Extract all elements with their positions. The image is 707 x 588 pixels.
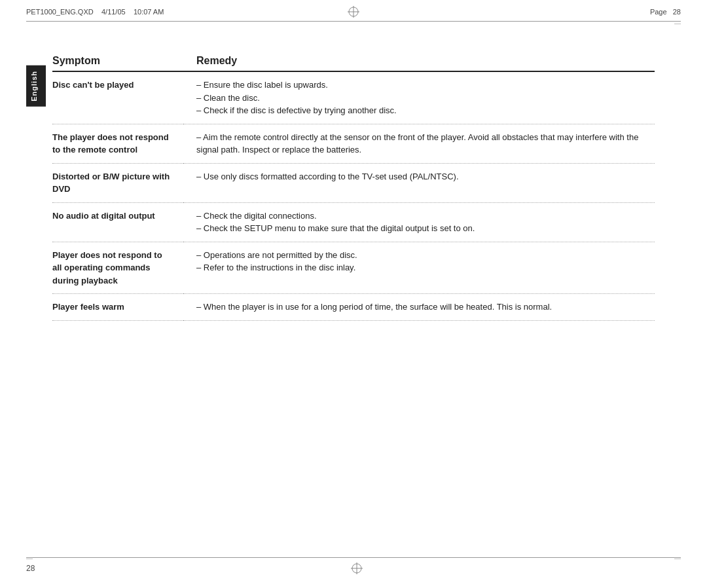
header-filename: PET1000_ENG.QXD — [26, 8, 94, 16]
sidebar-language: English — [26, 65, 46, 107]
header-file-info: PET1000_ENG.QXD 4/11/05 10:07 AM — [26, 8, 347, 16]
footer-crosshair — [350, 562, 363, 575]
main-content: Symptom Remedy Disc can't be played– Ens… — [52, 52, 655, 549]
table-cell-symptom: The player does not respond to the remot… — [52, 124, 183, 163]
header-page-number: 28 — [673, 8, 681, 16]
table-header-row: Symptom Remedy — [52, 52, 655, 71]
table-row: The player does not respond to the remot… — [52, 124, 655, 163]
header-page-label: Page — [650, 8, 667, 16]
table-cell-symptom: Player feels warm — [52, 294, 183, 321]
table-cell-remedy: – Check the digital connections.– Check … — [183, 202, 655, 242]
footer-crosshair-icon — [350, 562, 363, 575]
corner-mark-top-right: — — [674, 20, 681, 27]
table-row: Distorted or B/W picture with DVD– Use o… — [52, 163, 655, 202]
table-cell-symptom: Disc can't be played — [52, 71, 183, 124]
table-row: Player does not respond to all operating… — [52, 242, 655, 294]
table-cell-symptom: Distorted or B/W picture with DVD — [52, 163, 183, 202]
footer-page-number: 28 — [26, 564, 35, 573]
table-cell-remedy: – Operations are not permitted by the di… — [183, 242, 655, 294]
sidebar-language-label: English — [30, 71, 38, 101]
table-cell-remedy: – Aim the remote control directly at the… — [183, 124, 655, 163]
footer-right-spacer — [679, 564, 681, 573]
table-row: Disc can't be played– Ensure the disc la… — [52, 71, 655, 124]
table-cell-remedy: – When the player is in use for a long p… — [183, 294, 655, 321]
troubleshooting-table: Symptom Remedy Disc can't be played– Ens… — [52, 52, 655, 321]
header-time: 10:07 AM — [134, 8, 164, 16]
table-cell-symptom: No audio at digital output — [52, 202, 183, 242]
table-cell-remedy: – Use only discs formatted according to … — [183, 163, 655, 202]
col-header-remedy: Remedy — [183, 52, 655, 71]
table-row: No audio at digital output– Check the di… — [52, 202, 655, 242]
header-crosshair — [347, 5, 360, 18]
footer: 28 — [26, 557, 681, 575]
header-bar: PET1000_ENG.QXD 4/11/05 10:07 AM Page 28 — [26, 5, 681, 22]
crosshair-icon — [347, 5, 360, 18]
header-page: Page 28 — [360, 8, 681, 16]
table-cell-symptom: Player does not respond to all operating… — [52, 242, 183, 294]
table-row: Player feels warm– When the player is in… — [52, 294, 655, 321]
table-cell-remedy: – Ensure the disc label is upwards.– Cle… — [183, 71, 655, 124]
col-header-symptom: Symptom — [52, 52, 183, 71]
header-date: 4/11/05 — [101, 8, 126, 16]
